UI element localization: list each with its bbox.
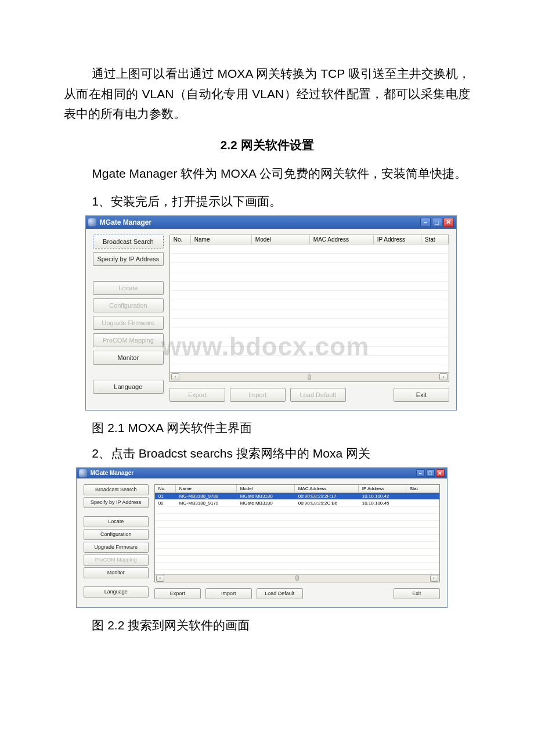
monitor-button[interactable]: Monitor [93, 351, 164, 365]
col-name[interactable]: Name [176, 485, 237, 492]
col-name[interactable]: Name [191, 235, 252, 244]
minimize-button[interactable]: – [420, 218, 431, 227]
upgrade-firmware-button[interactable]: Upgrade Firmware [84, 542, 149, 553]
col-model[interactable]: Model [237, 485, 295, 492]
maximize-button[interactable]: □ [426, 469, 435, 477]
app-icon [79, 469, 87, 477]
scroll-right-icon[interactable]: › [430, 575, 438, 582]
col-ip[interactable]: IP Address [374, 235, 421, 244]
broadcast-search-button[interactable]: Broadcast Search [93, 235, 164, 249]
import-button: Import [230, 388, 286, 402]
paragraph: Mgate Manager 软件为 MOXA 公司免费的网关软件，安装简单快捷。 [64, 164, 470, 184]
step-2: 2、点击 Broadcst searchs 搜索网络中的 Moxa 网关 [64, 445, 470, 462]
load-default-button: Load Default [290, 388, 346, 402]
upgrade-firmware-button: Upgrade Firmware [93, 316, 164, 330]
device-table: No. Name Model MAC Address IP Address St… [169, 235, 449, 382]
device-table: No. Name Model MAC Address IP Address St… [154, 484, 440, 582]
col-ip[interactable]: IP Address [359, 485, 406, 492]
scroll-thumb[interactable] [295, 575, 299, 581]
scroll-right-icon[interactable]: › [439, 373, 448, 380]
maximize-button[interactable]: □ [432, 218, 442, 227]
procom-mapping-button: ProCOM Mapping [93, 333, 164, 347]
titlebar: MGate Manager – □ ✕ [86, 216, 456, 229]
export-button: Export [169, 388, 225, 402]
scroll-left-icon[interactable]: ‹ [156, 575, 164, 582]
load-default-button[interactable]: Load Default [257, 588, 303, 599]
col-mac[interactable]: MAC Address [310, 235, 374, 244]
mgate-manager-window-2: MGate Manager – □ ✕ Broadcast Search Spe… [76, 467, 448, 608]
col-stat[interactable]: Stat [421, 235, 449, 244]
close-button[interactable]: ✕ [436, 469, 445, 477]
figure-caption-2-2: 图 2.2 搜索到网关软件的画面 [64, 617, 470, 633]
procom-mapping-button: ProCOM Mapping [84, 555, 149, 566]
import-button[interactable]: Import [205, 588, 252, 599]
window-title: MGate Manager [91, 470, 416, 476]
window-title: MGate Manager [100, 218, 420, 226]
exit-button[interactable]: Exit [394, 588, 440, 599]
close-button[interactable]: ✕ [443, 218, 454, 227]
col-stat[interactable]: Stat [406, 485, 439, 492]
sidebar: Broadcast Search Specify by IP Address L… [84, 484, 149, 599]
figure-caption-2-1: 图 2.1 MOXA 网关软件主界面 [64, 420, 470, 436]
table-header: No. Name Model MAC Address IP Address St… [155, 485, 439, 493]
specify-ip-button[interactable]: Specify by IP Address [84, 497, 149, 508]
watermark: www.bdocx.com [161, 332, 370, 361]
titlebar: MGate Manager – □ ✕ [77, 468, 447, 478]
section-heading-2-2: 2.2 网关软件设置 [64, 137, 470, 153]
language-button[interactable]: Language [84, 586, 149, 597]
col-no[interactable]: No. [155, 485, 176, 492]
scroll-left-icon[interactable]: ‹ [171, 373, 179, 380]
scroll-thumb[interactable] [308, 375, 311, 380]
horizontal-scrollbar[interactable]: ‹ › [170, 372, 449, 381]
sidebar: Broadcast Search Specify by IP Address L… [93, 235, 164, 402]
table-header: No. Name Model MAC Address IP Address St… [170, 235, 449, 244]
configuration-button[interactable]: Configuration [84, 529, 149, 540]
col-no[interactable]: No. [170, 235, 191, 244]
monitor-button[interactable]: Monitor [84, 567, 149, 578]
step-1: 1、安装完后，打开提示以下画面。 [64, 193, 470, 210]
table-row[interactable]: 02MG-MB3180_9179MGate MB318000:90:E8:29:… [155, 500, 439, 507]
broadcast-search-button[interactable]: Broadcast Search [84, 484, 149, 495]
paragraph: 通过上图可以看出通过 MOXA 网关转换为 TCP 吸引送至主井交换机，从而在相… [64, 64, 470, 124]
exit-button[interactable]: Exit [394, 388, 449, 402]
language-button[interactable]: Language [93, 380, 164, 394]
col-mac[interactable]: MAC Address [295, 485, 359, 492]
specify-ip-button[interactable]: Specify by IP Address [93, 252, 164, 266]
locate-button: Locate [93, 281, 164, 295]
minimize-button[interactable]: – [416, 469, 425, 477]
mgate-manager-window-1: MGate Manager – □ ✕ Broadcast Search Spe… [85, 215, 457, 411]
export-button[interactable]: Export [154, 588, 201, 599]
app-icon [88, 218, 96, 226]
col-model[interactable]: Model [252, 235, 310, 244]
locate-button[interactable]: Locate [84, 516, 149, 527]
configuration-button: Configuration [93, 298, 164, 312]
horizontal-scrollbar[interactable]: ‹ › [155, 574, 439, 582]
